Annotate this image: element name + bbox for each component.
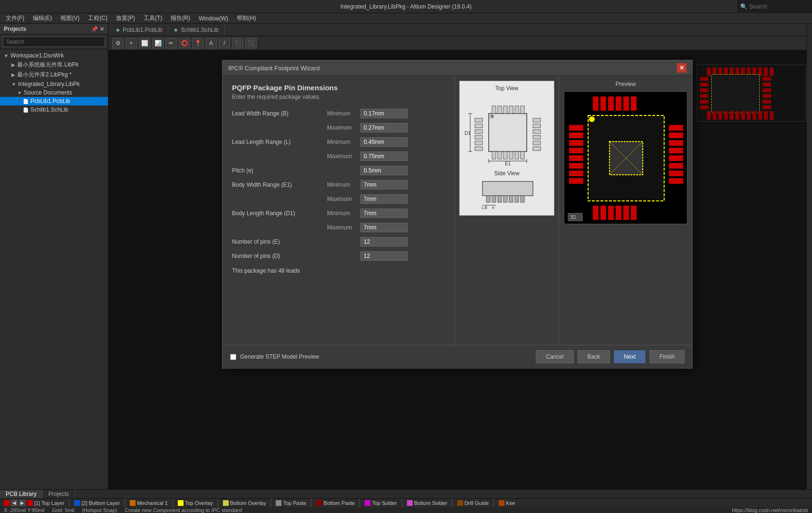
tree-item-lib3[interactable]: ▼ Integrated_Library.LibPk bbox=[0, 80, 108, 88]
bottom-tab-projects-label: Projects bbox=[48, 491, 69, 497]
tree-item-source-docs[interactable]: ▼ Source Documents bbox=[0, 88, 108, 97]
toolbar-line-btn[interactable]: / bbox=[219, 38, 230, 48]
menu-item-edit[interactable]: 编辑(E) bbox=[29, 13, 56, 23]
param-input-e1-min[interactable] bbox=[360, 180, 408, 190]
tree-item-workspace[interactable]: ▼ Workspace1.DsnWrk bbox=[0, 51, 108, 60]
keepout-color bbox=[499, 500, 504, 506]
dialog-form: PQFP Package Pin Dimensions Enter the re… bbox=[222, 76, 454, 345]
param-input-pins-e[interactable] bbox=[360, 237, 408, 247]
menu-item-project[interactable]: 工程(C) bbox=[84, 13, 111, 23]
sidebar-close-icon[interactable]: ✕ bbox=[100, 26, 104, 32]
sidebar-pin-icon[interactable]: 📌 bbox=[91, 26, 98, 32]
svg-rect-53 bbox=[475, 118, 483, 122]
param-input-e1-max[interactable] bbox=[360, 194, 408, 204]
svg-rect-97 bbox=[631, 206, 637, 220]
menu-item-reports[interactable]: 报告(R) bbox=[167, 13, 194, 23]
menu-item-tools[interactable]: 工具(T) bbox=[140, 13, 166, 23]
param-row-body-width: Body Width Range (E1) Minimum bbox=[232, 179, 445, 190]
tree-item-schlib[interactable]: 📄 Schlib1.SchLib bbox=[0, 105, 108, 114]
cancel-button[interactable]: Cancel bbox=[536, 350, 573, 363]
param-input-l-max[interactable] bbox=[360, 152, 408, 161]
tab-schlib[interactable]: ◆ Schlib1.SchLib bbox=[168, 25, 224, 35]
layer-nav-prev[interactable]: ◀ bbox=[11, 500, 18, 506]
toolbar-pen-btn[interactable]: ✏ bbox=[165, 38, 177, 48]
top-solder-label: Top Solder bbox=[372, 500, 397, 506]
tree-item-lib2[interactable]: ▶ 最小元件库2.LibPkg * bbox=[0, 70, 108, 80]
svg-rect-109 bbox=[669, 148, 683, 153]
toolbar: ⚙ + ⬜ 📊 ✏ ⭕ 📍 A / ⬛ ⬛ bbox=[108, 36, 806, 50]
bottom-tab-pcblibrary[interactable]: PCB Library bbox=[0, 490, 43, 498]
toolbar-circle-btn[interactable]: ⭕ bbox=[179, 38, 190, 48]
toolbar-pin-btn[interactable]: 📍 bbox=[192, 38, 203, 48]
svg-rect-62 bbox=[533, 135, 541, 139]
generate-step-label[interactable]: Generate STEP Model Preview bbox=[240, 353, 319, 360]
dialog-overlay: IPC® Compliant Footprint Wizard ✕ PQFP P… bbox=[108, 50, 806, 489]
bottom-solder-color bbox=[407, 500, 413, 506]
layer-indicator-bottom-overlay: Bottom Overlay bbox=[223, 500, 266, 506]
tree-item-lib1[interactable]: ▶ 最小系统板元件库.LibPk bbox=[0, 60, 108, 70]
svg-text:B: B bbox=[484, 205, 487, 210]
toolbar-add-btn[interactable]: + bbox=[126, 38, 137, 48]
param-type-max1: Maximum bbox=[327, 124, 360, 131]
svg-rect-45 bbox=[515, 106, 519, 114]
param-row-lead-length-max: Maximum bbox=[232, 151, 445, 162]
bottom-layer-label: [2] Bottom Layer bbox=[81, 500, 120, 506]
svg-rect-63 bbox=[533, 141, 541, 145]
generate-step-checkbox[interactable] bbox=[230, 354, 236, 360]
project-tree: ▼ Workspace1.DsnWrk ▶ 最小系统板元件库.LibPk ▶ 最… bbox=[0, 49, 108, 489]
toolbar-text-btn[interactable]: A bbox=[205, 38, 217, 48]
param-type-min5: Minimum bbox=[327, 210, 360, 217]
svg-rect-44 bbox=[509, 106, 513, 114]
param-input-d1-max[interactable] bbox=[360, 223, 408, 232]
bottom-layer-color bbox=[74, 500, 80, 506]
dialog-right-panel: Preview bbox=[559, 76, 692, 345]
param-row-body-length-max: Maximum bbox=[232, 222, 445, 233]
keepout-label: Kee bbox=[506, 500, 515, 506]
param-input-b-max[interactable] bbox=[360, 123, 408, 133]
menu-item-help[interactable]: 帮助(H) bbox=[233, 13, 260, 23]
dialog-title: IPC® Compliant Footprint Wizard bbox=[228, 65, 319, 72]
title-search-input[interactable] bbox=[749, 3, 806, 10]
layer-indicator-top-solder: Top Solder bbox=[365, 500, 397, 506]
toolbar-chart-btn[interactable]: 📊 bbox=[152, 38, 164, 48]
param-type-min1: Minimum bbox=[327, 110, 360, 117]
toolbar-rect-btn[interactable]: ⬜ bbox=[139, 38, 150, 48]
param-label-lead-length: Lead Length Range (L) bbox=[232, 139, 327, 145]
svg-rect-113 bbox=[669, 178, 683, 184]
next-button[interactable]: Next bbox=[614, 350, 646, 363]
layer-nav-next[interactable]: ▶ bbox=[19, 500, 26, 506]
svg-rect-74 bbox=[498, 196, 502, 202]
finish-button[interactable]: Finish bbox=[649, 350, 685, 363]
back-button[interactable]: Back bbox=[578, 350, 610, 363]
param-input-b-min[interactable] bbox=[360, 109, 408, 118]
toolbar-region-btn[interactable]: ⬛ bbox=[245, 38, 257, 48]
toolbar-filter-btn[interactable]: ⚙ bbox=[112, 38, 124, 48]
dialog-subtitle: Enter the required package values. bbox=[232, 94, 445, 100]
svg-rect-73 bbox=[492, 196, 496, 202]
svg-rect-51 bbox=[515, 152, 519, 159]
param-input-l-min[interactable] bbox=[360, 137, 408, 147]
param-input-pins-d[interactable] bbox=[360, 251, 408, 261]
tree-item-pcblib[interactable]: 📄 PcbLib1.PcbLib bbox=[0, 97, 108, 105]
menu-item-place[interactable]: 放置(P) bbox=[112, 13, 139, 23]
menu-item-view[interactable]: 视图(V) bbox=[57, 13, 83, 23]
tab-pcblib[interactable]: ◆ PcbLib1.PcbLib bbox=[110, 25, 168, 35]
top-layer-color bbox=[4, 500, 10, 506]
svg-rect-55 bbox=[475, 130, 483, 133]
title-search-area[interactable]: 🔍 bbox=[736, 0, 812, 13]
svg-rect-112 bbox=[669, 171, 683, 176]
pcblib-icon: 📄 bbox=[23, 99, 29, 104]
layer-indicator-drill: Drill Guide bbox=[457, 500, 489, 506]
dialog-close-button[interactable]: ✕ bbox=[677, 63, 686, 73]
svg-rect-39 bbox=[489, 114, 527, 152]
param-input-d1-min[interactable] bbox=[360, 209, 408, 218]
bottom-tab-projects[interactable]: Projects bbox=[43, 490, 75, 498]
param-input-pitch[interactable] bbox=[360, 166, 408, 175]
toolbar-fill-btn[interactable]: ⬛ bbox=[232, 38, 243, 48]
menu-item-window[interactable]: Window(W) bbox=[195, 14, 232, 23]
tree-label: Integrated_Library.LibPk bbox=[18, 81, 80, 87]
pcb-canvas[interactable]: IPC® Compliant Footprint Wizard ✕ PQFP P… bbox=[108, 50, 806, 489]
svg-rect-43 bbox=[503, 106, 507, 114]
menu-item-file[interactable]: 文件(F) bbox=[2, 13, 28, 23]
sidebar-search-input[interactable] bbox=[3, 37, 105, 47]
